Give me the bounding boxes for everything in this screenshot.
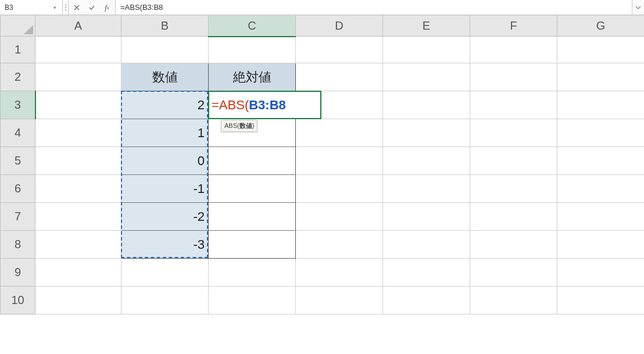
cell-editor[interactable]: =ABS(B3:B8	[208, 91, 321, 119]
cell-C5[interactable]	[209, 147, 296, 175]
cell-G2[interactable]	[557, 63, 645, 91]
row-header-2[interactable]: 2	[1, 63, 35, 91]
cell-A1[interactable]	[35, 37, 121, 63]
enter-formula-icon[interactable]	[87, 3, 96, 12]
row-header-6[interactable]: 6	[1, 175, 35, 203]
cell-E9[interactable]	[383, 259, 470, 287]
row-header-4[interactable]: 4	[1, 119, 35, 147]
cell-A3[interactable]	[35, 91, 121, 119]
cell-A4[interactable]	[35, 119, 121, 147]
cell-F9[interactable]	[470, 259, 557, 287]
cell-G6[interactable]	[557, 175, 645, 203]
col-header-A[interactable]: A	[35, 16, 121, 37]
cell-B2[interactable]: 数値	[121, 63, 209, 91]
row-header-3[interactable]: 3	[1, 91, 35, 119]
col-header-D[interactable]: D	[296, 16, 383, 37]
cell-D8[interactable]	[296, 231, 383, 259]
cell-D10[interactable]	[296, 287, 383, 314]
cell-F6[interactable]	[470, 175, 557, 203]
col-header-F[interactable]: F	[470, 16, 557, 37]
cell-G1[interactable]	[557, 37, 645, 63]
cell-C10[interactable]	[209, 287, 296, 314]
row-header-9[interactable]: 9	[1, 259, 35, 287]
cell-C6[interactable]	[209, 175, 296, 203]
col-header-G[interactable]: G	[557, 16, 645, 37]
cell-E2[interactable]	[383, 63, 470, 91]
cell-A6[interactable]	[35, 175, 121, 203]
cell-F8[interactable]	[470, 231, 557, 259]
row-header-10[interactable]: 10	[1, 287, 35, 314]
cell-F2[interactable]	[470, 63, 557, 91]
cancel-formula-icon[interactable]	[72, 3, 81, 12]
cell-F5[interactable]	[470, 147, 557, 175]
cell-G7[interactable]	[557, 203, 645, 231]
cell-E7[interactable]	[383, 203, 470, 231]
cell-D5[interactable]	[296, 147, 383, 175]
cell-F1[interactable]	[470, 37, 557, 63]
row-header-5[interactable]: 5	[1, 147, 35, 175]
cell-F10[interactable]	[470, 287, 557, 314]
cell-D9[interactable]	[296, 259, 383, 287]
formula-input[interactable]: =ABS(B3:B8	[116, 0, 632, 15]
row-header-7[interactable]: 7	[1, 203, 35, 231]
svg-point-2	[65, 9, 66, 10]
cell-E6[interactable]	[383, 175, 470, 203]
cell-G4[interactable]	[557, 119, 645, 147]
cell-B8[interactable]: -3	[121, 231, 209, 259]
cell-B6[interactable]: -1	[121, 175, 209, 203]
cell-C1[interactable]	[209, 37, 296, 63]
cell-B1[interactable]	[121, 37, 209, 63]
cell-G9[interactable]	[557, 259, 645, 287]
cell-B10[interactable]	[121, 287, 209, 314]
cell-B5[interactable]: 0	[121, 147, 209, 175]
row-header-8[interactable]: 8	[1, 231, 35, 259]
formula-bar: B3 ▾ fx =ABS(B3:B8	[0, 0, 644, 15]
cell-E1[interactable]	[383, 37, 470, 63]
cell-A10[interactable]	[35, 287, 121, 314]
cell-G3[interactable]	[557, 91, 645, 119]
select-all-corner[interactable]	[1, 16, 35, 37]
cell-B7[interactable]: -2	[121, 203, 209, 231]
cell-E10[interactable]	[383, 287, 470, 314]
cell-A5[interactable]	[35, 147, 121, 175]
row-10: 10	[1, 287, 645, 314]
cell-F4[interactable]	[470, 119, 557, 147]
row-8: 8 -3	[1, 231, 645, 259]
cell-E3[interactable]	[383, 91, 470, 119]
cell-D2[interactable]	[296, 63, 383, 91]
cell-D1[interactable]	[296, 37, 383, 63]
cell-F3[interactable]	[470, 91, 557, 119]
cell-C7[interactable]	[209, 203, 296, 231]
row-header-1[interactable]: 1	[1, 37, 35, 63]
cell-C9[interactable]	[209, 259, 296, 287]
cell-C3[interactable]: =ABS(B3:B8	[209, 91, 296, 119]
cell-A8[interactable]	[35, 231, 121, 259]
col-header-B[interactable]: B	[121, 16, 209, 37]
cell-A2[interactable]	[35, 63, 121, 91]
cell-B3[interactable]: 2	[121, 91, 209, 119]
cell-E4[interactable]	[383, 119, 470, 147]
cell-D4[interactable]	[296, 119, 383, 147]
cell-E5[interactable]	[383, 147, 470, 175]
insert-function-icon[interactable]: fx	[102, 3, 112, 12]
col-header-E[interactable]: E	[383, 16, 470, 37]
row-6: 6 -1	[1, 175, 645, 203]
formula-bar-expand-icon[interactable]	[632, 0, 644, 15]
cell-F7[interactable]	[470, 203, 557, 231]
cell-B4[interactable]: 1	[121, 119, 209, 147]
cell-B9[interactable]	[121, 259, 209, 287]
cell-G10[interactable]	[557, 287, 645, 314]
name-box[interactable]: B3 ▾	[0, 0, 63, 15]
cell-C2[interactable]: 絶対値	[209, 63, 296, 91]
cell-G8[interactable]	[557, 231, 645, 259]
col-header-C[interactable]: C	[209, 16, 296, 37]
cell-A7[interactable]	[35, 203, 121, 231]
formula-bar-handle-icon[interactable]	[63, 0, 69, 15]
cell-D6[interactable]	[296, 175, 383, 203]
cell-A9[interactable]	[35, 259, 121, 287]
cell-C8[interactable]	[209, 231, 296, 259]
cell-D7[interactable]	[296, 203, 383, 231]
cell-G5[interactable]	[557, 147, 645, 175]
cell-E8[interactable]	[383, 231, 470, 259]
name-box-dropdown-icon[interactable]: ▾	[52, 5, 58, 10]
